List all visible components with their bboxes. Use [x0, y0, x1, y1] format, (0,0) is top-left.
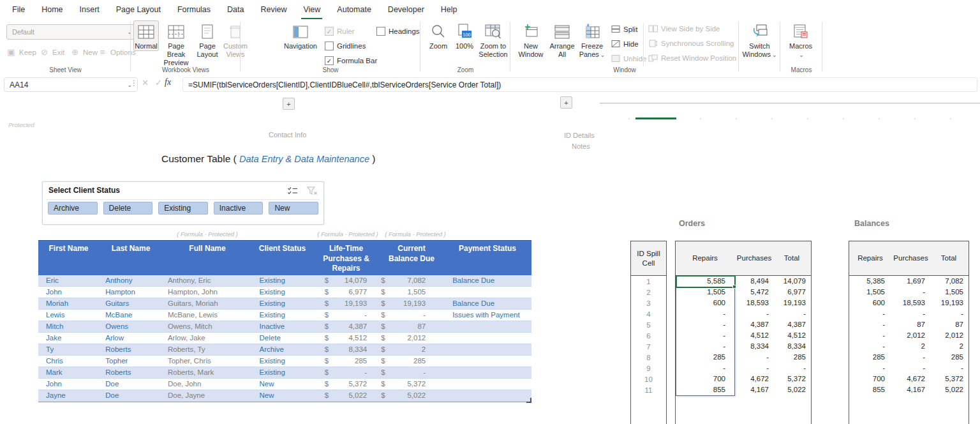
repairs-cell[interactable]: 285 — [849, 352, 891, 363]
slicer-button[interactable]: New — [269, 202, 318, 215]
repairs-cell[interactable]: - — [676, 330, 734, 341]
repairs-cell[interactable]: - — [849, 341, 891, 352]
ribbon-tab[interactable]: File — [4, 0, 33, 19]
id-cell[interactable]: 11 — [631, 384, 666, 395]
slicer-button[interactable]: Inactive — [214, 202, 264, 215]
total-cell[interactable]: 19,193 — [930, 298, 967, 308]
header-cell[interactable]: Payment Status — [443, 241, 531, 275]
payment-status-cell[interactable] — [434, 356, 531, 367]
unhide-button[interactable]: Unhide — [611, 54, 646, 63]
new-sheet-view-button[interactable]: ⊕New — [70, 47, 98, 57]
full-name-cell[interactable]: Anthony, Eric — [163, 275, 248, 286]
header-cell[interactable]: Repairs — [676, 254, 734, 262]
first-name-cell[interactable]: Moriah — [38, 298, 100, 309]
total-cell[interactable]: - — [930, 308, 967, 319]
headings-checkbox[interactable]: Headings — [376, 27, 420, 36]
lifetime-cell[interactable]: $19,193 — [314, 298, 376, 309]
header-cell[interactable]: First Name — [38, 241, 99, 275]
formula-bar-checkbox[interactable]: Formula Bar — [325, 56, 377, 65]
slicer-button[interactable]: Delete — [103, 202, 153, 215]
ribbon-tab[interactable]: Data — [219, 0, 252, 19]
client-status-cell[interactable]: Existing — [248, 310, 314, 321]
client-status-cell[interactable]: New — [248, 390, 314, 401]
ribbon-tab[interactable]: Formulas — [169, 0, 219, 19]
repairs-cell[interactable]: 285 — [676, 352, 734, 363]
new-window-button[interactable]: New Window — [516, 21, 546, 59]
full-name-cell[interactable]: McBane, Lewis — [163, 310, 248, 321]
lifetime-cell[interactable]: $8,334 — [314, 344, 376, 355]
header-cell[interactable]: Total — [774, 254, 810, 262]
lifetime-cell[interactable]: $4,387 — [314, 321, 376, 332]
slicer-button[interactable]: Archive — [48, 202, 98, 215]
id-cell[interactable]: 7 — [631, 341, 666, 352]
repairs-cell[interactable]: 1,505 — [676, 287, 734, 298]
cancel-icon[interactable]: ✕ — [142, 78, 149, 87]
repairs-cell[interactable]: - — [676, 363, 734, 374]
formula-bar-grip[interactable]: ⋮ — [130, 79, 138, 87]
first-name-cell[interactable]: Mitch — [38, 321, 100, 332]
split-button[interactable]: Split — [611, 25, 637, 33]
name-box[interactable]: AA14 ⌄ — [4, 77, 138, 92]
repairs-cell[interactable]: 855 — [849, 384, 891, 395]
last-name-cell[interactable]: Guitars — [100, 298, 163, 309]
total-cell[interactable]: 7,082 — [930, 276, 967, 287]
full-name-cell[interactable]: Owens, Mitch — [163, 321, 248, 332]
last-name-cell[interactable]: Roberts — [100, 367, 163, 378]
id-cell[interactable]: 4 — [631, 308, 666, 319]
purchases-cell[interactable]: - — [734, 363, 774, 374]
first-name-cell[interactable]: Jake — [38, 333, 100, 344]
repairs-cell[interactable]: - — [849, 330, 891, 341]
total-cell[interactable]: 5,372 — [774, 374, 810, 384]
ribbon-tab[interactable]: Help — [433, 0, 466, 19]
total-cell[interactable]: 285 — [774, 352, 810, 363]
balance-cell[interactable]: $2 — [376, 344, 434, 355]
purchases-cell[interactable]: 1,697 — [891, 276, 930, 287]
purchases-cell[interactable]: 2,012 — [891, 330, 930, 341]
sheet-view-dropdown[interactable]: Default ⌄ — [6, 24, 138, 40]
ribbon-tab[interactable]: Home — [33, 0, 71, 19]
total-cell[interactable]: 5,372 — [930, 374, 967, 384]
purchases-cell[interactable]: - — [891, 363, 930, 374]
ribbon-tab[interactable]: Insert — [71, 0, 108, 19]
header-cell[interactable]: Repairs — [849, 254, 891, 262]
balance-cell[interactable]: $5,372 — [376, 379, 434, 390]
purchases-cell[interactable]: 4,512 — [734, 330, 774, 341]
client-status-cell[interactable]: Inactive — [248, 321, 314, 332]
first-name-cell[interactable]: Ty — [38, 344, 100, 355]
formula-input[interactable]: =SUMIF(tblServiceOrders[ClientID],Client… — [182, 77, 977, 92]
total-cell[interactable]: 285 — [930, 352, 967, 363]
repairs-cell[interactable]: 855 — [676, 384, 734, 395]
repairs-cell[interactable]: - — [676, 319, 734, 330]
purchases-cell[interactable]: 18,593 — [891, 298, 930, 308]
total-cell[interactable]: 1,505 — [930, 287, 967, 298]
repairs-cell[interactable]: 5,385 — [849, 276, 891, 287]
freeze-panes-button[interactable]: * Freeze Panes⌄ — [578, 21, 606, 59]
id-cell[interactable]: 1 — [631, 276, 666, 287]
balance-cell[interactable]: $7,082 — [376, 275, 434, 286]
options-button[interactable]: ≡Options — [98, 47, 136, 57]
payment-status-cell[interactable] — [434, 321, 531, 332]
table-resize-handle[interactable] — [526, 398, 531, 403]
exit-button[interactable]: ⊘Exit — [40, 47, 64, 57]
client-status-cell[interactable]: Existing — [248, 275, 314, 286]
repairs-cell[interactable]: - — [849, 308, 891, 319]
last-name-cell[interactable]: Owens — [100, 321, 163, 332]
purchases-cell[interactable]: 2 — [891, 341, 930, 352]
purchases-cell[interactable]: - — [891, 308, 930, 319]
last-name-cell[interactable]: Topher — [100, 356, 163, 367]
lifetime-cell[interactable]: $- — [314, 310, 376, 321]
total-cell[interactable]: - — [774, 363, 810, 374]
repairs-cell[interactable]: - — [676, 308, 734, 319]
payment-status-cell[interactable]: Balance Due — [434, 275, 531, 286]
purchases-cell[interactable]: 4,167 — [734, 384, 774, 395]
client-status-cell[interactable]: New — [248, 379, 314, 390]
payment-status-cell[interactable] — [434, 287, 531, 298]
client-status-cell[interactable]: Delete — [248, 333, 314, 344]
lifetime-cell[interactable]: $14,079 — [314, 275, 376, 286]
payment-status-cell[interactable]: Issues with Payment — [434, 310, 531, 321]
purchases-cell[interactable]: 5,472 — [734, 287, 774, 298]
total-cell[interactable]: 5,022 — [930, 384, 967, 395]
full-name-cell[interactable]: Doe, Jayne — [163, 390, 248, 401]
slicer-button[interactable]: Existing — [158, 202, 208, 215]
client-status-cell[interactable]: Existing — [248, 367, 314, 378]
